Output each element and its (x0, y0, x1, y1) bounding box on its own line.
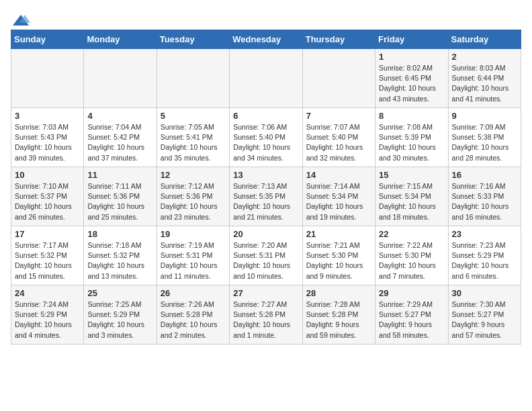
day-number: 5 (161, 111, 226, 121)
day-number: 21 (306, 229, 371, 239)
day-info: Sunrise: 7:23 AM Sunset: 5:29 PM Dayligh… (452, 240, 517, 281)
day-number: 24 (15, 288, 80, 298)
day-info: Sunrise: 8:02 AM Sunset: 6:45 PM Dayligh… (379, 63, 444, 104)
day-info: Sunrise: 7:10 AM Sunset: 5:37 PM Dayligh… (15, 181, 80, 222)
page-header (11, 11, 521, 24)
calendar-cell: 8Sunrise: 7:08 AM Sunset: 5:39 PM Daylig… (375, 108, 448, 167)
day-number: 10 (15, 170, 80, 180)
day-number: 8 (379, 111, 444, 121)
day-number: 2 (452, 52, 517, 62)
calendar-cell: 25Sunrise: 7:25 AM Sunset: 5:29 PM Dayli… (84, 285, 157, 345)
day-info: Sunrise: 7:08 AM Sunset: 5:39 PM Dayligh… (379, 122, 444, 163)
calendar-cell: 15Sunrise: 7:15 AM Sunset: 5:34 PM Dayli… (375, 167, 448, 226)
day-info: Sunrise: 7:09 AM Sunset: 5:38 PM Dayligh… (452, 122, 517, 163)
calendar-cell (230, 49, 302, 108)
calendar-cell: 27Sunrise: 7:27 AM Sunset: 5:28 PM Dayli… (230, 285, 302, 345)
calendar-cell: 19Sunrise: 7:19 AM Sunset: 5:31 PM Dayli… (157, 226, 229, 285)
calendar-cell: 23Sunrise: 7:23 AM Sunset: 5:29 PM Dayli… (448, 226, 521, 285)
calendar-cell: 13Sunrise: 7:13 AM Sunset: 5:35 PM Dayli… (230, 167, 302, 226)
day-info: Sunrise: 7:27 AM Sunset: 5:28 PM Dayligh… (233, 300, 298, 340)
day-number: 6 (233, 111, 298, 121)
weekday-header-tuesday: Tuesday (157, 30, 229, 49)
weekday-header-thursday: Thursday (302, 30, 375, 49)
weekday-header-sunday: Sunday (11, 30, 84, 49)
day-number: 16 (452, 170, 517, 180)
day-number: 12 (161, 170, 226, 180)
calendar-cell: 30Sunrise: 7:30 AM Sunset: 5:27 PM Dayli… (448, 285, 521, 345)
calendar-cell: 6Sunrise: 7:06 AM Sunset: 5:40 PM Daylig… (230, 108, 302, 167)
day-info: Sunrise: 7:05 AM Sunset: 5:41 PM Dayligh… (161, 122, 226, 163)
day-number: 25 (87, 288, 152, 298)
day-info: Sunrise: 7:07 AM Sunset: 5:40 PM Dayligh… (306, 122, 371, 163)
calendar-cell (302, 49, 375, 108)
logo (11, 13, 31, 24)
weekday-header-saturday: Saturday (448, 30, 521, 49)
calendar-cell: 12Sunrise: 7:12 AM Sunset: 5:36 PM Dayli… (157, 167, 229, 226)
calendar-cell: 9Sunrise: 7:09 AM Sunset: 5:38 PM Daylig… (448, 108, 521, 167)
calendar-cell: 17Sunrise: 7:17 AM Sunset: 5:32 PM Dayli… (11, 226, 84, 285)
calendar-cell: 28Sunrise: 7:28 AM Sunset: 5:28 PM Dayli… (302, 285, 375, 345)
calendar-header-row: SundayMondayTuesdayWednesdayThursdayFrid… (11, 30, 521, 49)
day-info: Sunrise: 7:06 AM Sunset: 5:40 PM Dayligh… (233, 122, 298, 163)
day-number: 18 (87, 229, 152, 239)
day-number: 29 (379, 288, 444, 298)
calendar-week-row: 10Sunrise: 7:10 AM Sunset: 5:37 PM Dayli… (11, 167, 521, 226)
day-number: 27 (233, 288, 298, 298)
day-number: 22 (379, 229, 444, 239)
day-number: 14 (306, 170, 371, 180)
calendar-cell: 20Sunrise: 7:20 AM Sunset: 5:31 PM Dayli… (230, 226, 302, 285)
day-info: Sunrise: 7:04 AM Sunset: 5:42 PM Dayligh… (87, 122, 152, 163)
calendar-cell (84, 49, 157, 108)
day-info: Sunrise: 7:16 AM Sunset: 5:33 PM Dayligh… (452, 181, 517, 222)
day-number: 30 (452, 288, 517, 298)
day-info: Sunrise: 7:28 AM Sunset: 5:28 PM Dayligh… (306, 300, 371, 340)
weekday-header-monday: Monday (84, 30, 157, 49)
day-number: 3 (15, 111, 80, 121)
calendar-cell: 29Sunrise: 7:29 AM Sunset: 5:27 PM Dayli… (375, 285, 448, 345)
day-number: 26 (161, 288, 226, 298)
day-number: 15 (379, 170, 444, 180)
day-info: Sunrise: 8:03 AM Sunset: 6:44 PM Dayligh… (452, 63, 517, 104)
day-number: 7 (306, 111, 371, 121)
day-number: 17 (15, 229, 80, 239)
day-info: Sunrise: 7:30 AM Sunset: 5:27 PM Dayligh… (452, 300, 517, 340)
day-number: 13 (233, 170, 298, 180)
calendar-cell: 24Sunrise: 7:24 AM Sunset: 5:29 PM Dayli… (11, 285, 84, 345)
calendar-cell: 26Sunrise: 7:26 AM Sunset: 5:28 PM Dayli… (157, 285, 229, 345)
logo-icon (11, 13, 30, 27)
day-info: Sunrise: 7:22 AM Sunset: 5:30 PM Dayligh… (379, 240, 444, 281)
day-info: Sunrise: 7:19 AM Sunset: 5:31 PM Dayligh… (161, 240, 226, 281)
day-info: Sunrise: 7:21 AM Sunset: 5:30 PM Dayligh… (306, 240, 371, 281)
calendar-cell: 11Sunrise: 7:11 AM Sunset: 5:36 PM Dayli… (84, 167, 157, 226)
day-info: Sunrise: 7:12 AM Sunset: 5:36 PM Dayligh… (161, 181, 226, 222)
calendar-cell: 14Sunrise: 7:14 AM Sunset: 5:34 PM Dayli… (302, 167, 375, 226)
day-number: 20 (233, 229, 298, 239)
day-number: 11 (87, 170, 152, 180)
day-info: Sunrise: 7:25 AM Sunset: 5:29 PM Dayligh… (87, 300, 152, 340)
day-info: Sunrise: 7:29 AM Sunset: 5:27 PM Dayligh… (379, 300, 444, 340)
day-info: Sunrise: 7:15 AM Sunset: 5:34 PM Dayligh… (379, 181, 444, 222)
calendar-cell: 16Sunrise: 7:16 AM Sunset: 5:33 PM Dayli… (448, 167, 521, 226)
calendar-week-row: 1Sunrise: 8:02 AM Sunset: 6:45 PM Daylig… (11, 49, 521, 108)
day-info: Sunrise: 7:24 AM Sunset: 5:29 PM Dayligh… (15, 300, 80, 340)
day-number: 4 (87, 111, 152, 121)
day-number: 19 (161, 229, 226, 239)
day-info: Sunrise: 7:18 AM Sunset: 5:32 PM Dayligh… (87, 240, 152, 281)
calendar-cell: 1Sunrise: 8:02 AM Sunset: 6:45 PM Daylig… (375, 49, 448, 108)
calendar-week-row: 3Sunrise: 7:03 AM Sunset: 5:43 PM Daylig… (11, 108, 521, 167)
day-info: Sunrise: 7:03 AM Sunset: 5:43 PM Dayligh… (15, 122, 80, 163)
calendar-cell (11, 49, 84, 108)
calendar-cell: 21Sunrise: 7:21 AM Sunset: 5:30 PM Dayli… (302, 226, 375, 285)
calendar-cell: 18Sunrise: 7:18 AM Sunset: 5:32 PM Dayli… (84, 226, 157, 285)
day-number: 23 (452, 229, 517, 239)
day-info: Sunrise: 7:11 AM Sunset: 5:36 PM Dayligh… (87, 181, 152, 222)
day-info: Sunrise: 7:26 AM Sunset: 5:28 PM Dayligh… (161, 300, 226, 340)
calendar-cell: 10Sunrise: 7:10 AM Sunset: 5:37 PM Dayli… (11, 167, 84, 226)
calendar-cell: 5Sunrise: 7:05 AM Sunset: 5:41 PM Daylig… (157, 108, 229, 167)
day-info: Sunrise: 7:20 AM Sunset: 5:31 PM Dayligh… (233, 240, 298, 281)
day-number: 9 (452, 111, 517, 121)
day-info: Sunrise: 7:17 AM Sunset: 5:32 PM Dayligh… (15, 240, 80, 281)
day-number: 28 (306, 288, 371, 298)
day-info: Sunrise: 7:13 AM Sunset: 5:35 PM Dayligh… (233, 181, 298, 222)
calendar-week-row: 24Sunrise: 7:24 AM Sunset: 5:29 PM Dayli… (11, 285, 521, 345)
